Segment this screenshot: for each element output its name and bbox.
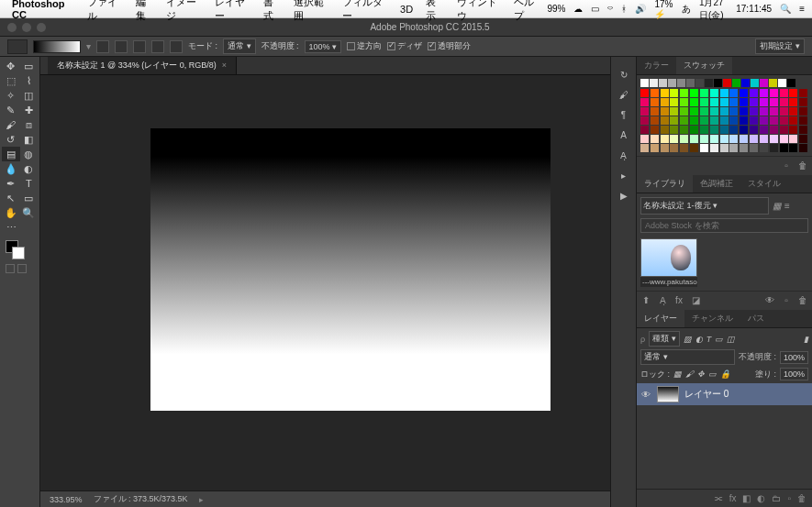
layer-fill-input[interactable]: 100% <box>780 368 808 380</box>
swatch[interactable] <box>690 116 698 125</box>
swatch[interactable] <box>710 89 718 97</box>
swatch[interactable] <box>760 126 768 134</box>
lib-upload-icon[interactable]: ⬆ <box>640 295 651 306</box>
actions-panel-icon[interactable]: ▸ <box>617 169 631 183</box>
swatch[interactable] <box>789 98 797 106</box>
swatch[interactable] <box>640 144 649 152</box>
gradient-picker[interactable] <box>33 40 81 53</box>
wifi-icon[interactable]: ⌔ <box>607 4 613 14</box>
edit-toolbar[interactable]: ⋯ <box>2 220 20 235</box>
layer-blend-select[interactable]: 通常 ▾ <box>640 349 735 365</box>
eraser-tool[interactable]: ◧ <box>20 132 39 147</box>
swatch[interactable] <box>661 135 669 143</box>
swatch[interactable] <box>799 98 807 106</box>
swatch[interactable] <box>705 79 713 87</box>
swatch[interactable] <box>651 144 659 152</box>
brush-tool[interactable]: 🖌 <box>2 117 20 132</box>
swatch[interactable] <box>670 89 678 97</box>
lib-visibility-icon[interactable]: 👁 <box>764 295 775 306</box>
lib-char-icon[interactable]: Aͅ <box>657 295 668 306</box>
shape-tool[interactable]: ▭ <box>20 191 39 205</box>
swatch[interactable] <box>729 89 738 97</box>
swatch[interactable] <box>670 144 678 152</box>
swatch[interactable] <box>799 135 807 143</box>
swatch[interactable] <box>720 107 729 116</box>
screenmode-icon[interactable] <box>17 264 27 273</box>
delete-swatch-icon[interactable]: 🗑 <box>797 160 808 171</box>
transparency-checkbox[interactable] <box>428 42 436 50</box>
swatch[interactable] <box>686 79 695 87</box>
swatch[interactable] <box>710 144 718 152</box>
lib-grid-icon[interactable]: ▦ <box>773 201 781 211</box>
swatch[interactable] <box>750 116 758 125</box>
swatch[interactable] <box>789 89 797 97</box>
swatch[interactable] <box>714 79 722 87</box>
background-color[interactable] <box>12 247 25 259</box>
zoom-tool[interactable]: 🔍 <box>20 205 39 220</box>
layer-opacity-input[interactable]: 100% <box>780 351 808 364</box>
swatch[interactable] <box>750 144 758 152</box>
menu-filter[interactable]: フィルター <box>342 0 387 23</box>
filter-shape-icon[interactable]: ▭ <box>715 335 723 344</box>
ime-icon[interactable]: あ <box>682 3 691 16</box>
paths-tab[interactable]: パス <box>740 310 772 327</box>
canvas[interactable] <box>150 128 551 411</box>
path-select-tool[interactable]: ↖ <box>2 191 20 205</box>
blend-mode-select[interactable]: 通常 ▾ <box>223 39 256 54</box>
menu-image[interactable]: イメージ <box>166 0 202 23</box>
swatch[interactable] <box>789 116 797 125</box>
lib-delete-icon[interactable]: 🗑 <box>797 295 808 306</box>
notifications-icon[interactable]: ≡ <box>799 4 805 14</box>
library-thumbnail[interactable] <box>640 238 697 277</box>
crop-tool[interactable]: ◫ <box>20 88 39 103</box>
lock-pos-icon[interactable]: ✥ <box>697 369 705 379</box>
lib-list-icon[interactable]: ≡ <box>784 201 790 211</box>
clone-tool[interactable]: ⧈ <box>20 117 39 132</box>
swatch[interactable] <box>640 135 649 143</box>
menu-edit[interactable]: 編集 <box>136 0 153 23</box>
menubar-time[interactable]: 17:11:45 <box>736 4 772 14</box>
workspace-select[interactable]: 初期設定 ▾ <box>755 39 805 54</box>
swatch[interactable] <box>789 144 797 152</box>
swatch[interactable] <box>710 126 718 134</box>
swatch[interactable] <box>710 98 718 106</box>
swatch[interactable] <box>640 126 649 134</box>
libraries-tab[interactable]: ライブラリ <box>637 175 693 193</box>
swatch[interactable] <box>695 79 704 87</box>
layer-name[interactable]: レイヤー 0 <box>684 388 729 401</box>
swatches-tab[interactable]: スウォッチ <box>676 57 732 74</box>
swatch[interactable] <box>720 135 729 143</box>
swatch[interactable] <box>740 98 748 106</box>
swatch[interactable] <box>750 107 758 116</box>
swatch[interactable] <box>740 107 748 116</box>
layer-mask-icon[interactable]: ◧ <box>742 493 751 503</box>
swatch[interactable] <box>799 107 807 116</box>
layer-visibility-icon[interactable]: 👁 <box>640 390 651 400</box>
blur-tool[interactable]: 💧 <box>2 161 20 176</box>
tool-preset-picker[interactable] <box>7 39 28 54</box>
swatch[interactable] <box>661 126 669 134</box>
swatch[interactable] <box>690 135 698 143</box>
swatch[interactable] <box>670 98 678 106</box>
gradient-radial-icon[interactable] <box>115 40 128 53</box>
filter-pixel-icon[interactable]: ▧ <box>684 335 692 344</box>
layer-filter-select[interactable]: 種類 ▾ <box>649 331 680 347</box>
channels-tab[interactable]: チャンネル <box>684 310 740 327</box>
layer-thumbnail[interactable] <box>657 386 679 402</box>
swatch[interactable] <box>690 144 698 152</box>
lock-all-icon[interactable]: 🔒 <box>720 369 730 379</box>
swatch[interactable] <box>780 144 788 152</box>
swatch[interactable] <box>690 89 698 97</box>
swatch[interactable] <box>780 89 788 97</box>
layer-row[interactable]: 👁 レイヤー 0 <box>637 383 812 405</box>
swatch[interactable] <box>740 89 748 97</box>
swatch[interactable] <box>651 116 659 125</box>
display-icon[interactable]: ▭ <box>591 4 599 14</box>
swatch[interactable] <box>720 144 729 152</box>
swatch[interactable] <box>787 79 795 87</box>
swatch[interactable] <box>778 79 786 87</box>
swatch[interactable] <box>650 79 658 87</box>
filter-smart-icon[interactable]: ◫ <box>727 335 735 344</box>
swatch[interactable] <box>799 126 807 134</box>
swatch[interactable] <box>700 144 708 152</box>
